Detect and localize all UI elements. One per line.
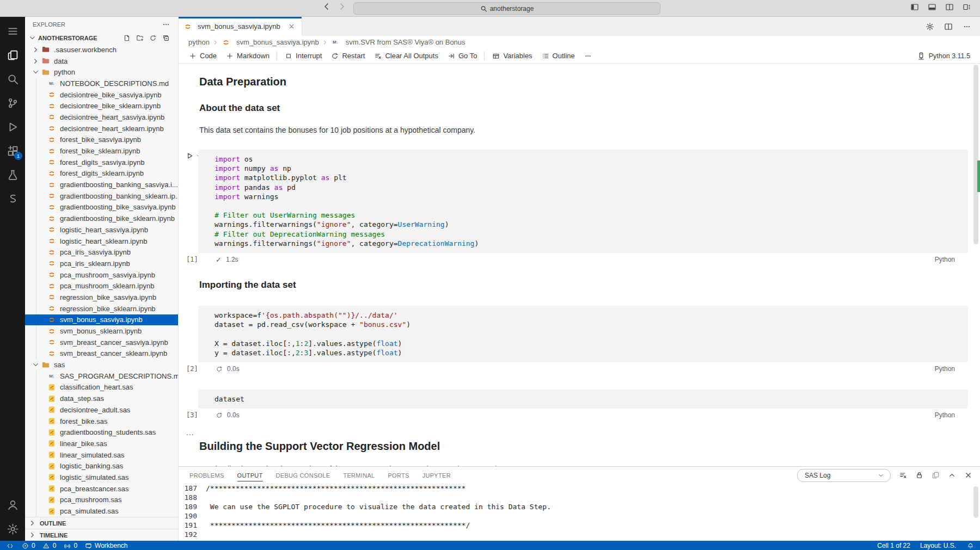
more-actions-icon[interactable] — [963, 22, 971, 31]
status-cell-indicator[interactable]: Cell 1 of 22 — [877, 542, 910, 549]
toolbar-go-to-button[interactable]: Go To — [443, 50, 481, 62]
tree-item[interactable]: svm_breast_cancer_sasviya.ipynb — [25, 337, 178, 348]
back-icon[interactable] — [322, 2, 331, 11]
status-errors[interactable]: 0 — [21, 541, 35, 550]
collapse-all-icon[interactable] — [162, 34, 170, 42]
tab-svm-bonus-sasviya[interactable]: svm_bonus_sasviya.ipynb — [179, 17, 302, 36]
code-cell[interactable]: workspace=f'{os.path.abspath("")}/../dat… — [185, 306, 968, 374]
tree-item[interactable]: logistic_simulated.sas — [25, 472, 178, 483]
panel-scrollbar[interactable] — [973, 486, 978, 518]
tree-item[interactable]: svm_bonus_sklearn.ipynb — [25, 325, 178, 337]
close-tab-icon[interactable] — [287, 22, 296, 31]
new-file-icon[interactable] — [122, 34, 131, 42]
tree-item[interactable]: forest_digits_sklearn.ipynb — [25, 168, 178, 180]
tree-item[interactable]: pca_mushroom_sklearn.ipynb — [25, 280, 178, 292]
activity-item-run-debug[interactable] — [0, 115, 26, 139]
tree-item[interactable]: decisiontree_heart_sasviya.ipynb — [25, 112, 178, 123]
toolbar-interrupt-button[interactable]: Interrupt — [280, 50, 326, 62]
activity-item-menu[interactable] — [0, 19, 26, 43]
tree-item[interactable]: regression_bike_sasviya.ipynb — [25, 292, 178, 303]
clear-output-icon[interactable] — [898, 471, 907, 480]
tree-item[interactable]: forest_digits_sasviya.ipynb — [25, 157, 178, 168]
tree-item[interactable]: logistic_heart_sasviya.ipynb — [25, 224, 178, 236]
kernel-picker[interactable]: Python 3.11.5 — [917, 52, 980, 60]
new-folder-icon[interactable] — [136, 34, 144, 42]
tree-item[interactable]: svm_bonus_sasviya.ipynb — [25, 314, 178, 326]
tree-item[interactable]: data — [25, 55, 178, 67]
toggle-sidebar-icon[interactable] — [910, 3, 919, 11]
status-workbench[interactable]: Workbench — [84, 541, 127, 550]
tree-item[interactable]: M↓SAS_PROGRAM_DESCRIPTIONS.md — [25, 370, 178, 382]
settings-gear-icon[interactable] — [926, 22, 934, 31]
cell-language[interactable]: Python — [935, 365, 955, 373]
breadcrumb-item[interactable]: python — [188, 38, 210, 46]
rerun-icon[interactable] — [216, 412, 223, 419]
breadcrumb-item[interactable]: svm_bonus_sasviya.ipynb — [222, 38, 319, 47]
cell-code[interactable]: import osimport numpy as npimport matplo… — [198, 150, 968, 253]
tree-item[interactable]: decisiontree_adult.sas — [25, 404, 178, 416]
toolbar-restart-button[interactable]: Restart — [326, 50, 369, 62]
tree-item[interactable]: linear_bike.sas — [25, 438, 178, 449]
tree-item[interactable]: gradientboosting_bike_sklearn.ipynb — [25, 213, 178, 224]
tree-item[interactable]: decisiontree_bike_sklearn.ipynb — [25, 100, 178, 112]
command-center-search[interactable]: anotherstorage — [353, 2, 660, 15]
toolbar-clear-all-outputs-button[interactable]: Clear All Outputs — [369, 50, 443, 62]
code-cell[interactable]: dataset[3]0.0sPython — [185, 390, 968, 421]
tree-item[interactable]: gradientboosting_students.sas — [25, 427, 178, 438]
toolbar-variables-button[interactable]: Variables — [487, 50, 536, 62]
lock-scroll-icon[interactable] — [915, 471, 923, 480]
rerun-icon[interactable] — [216, 366, 223, 373]
tree-item[interactable]: pca_mushroom.sas — [25, 495, 178, 506]
tree-item[interactable]: logistic_banking.sas — [25, 460, 178, 472]
panel-tab-output[interactable]: OUTPUT — [237, 467, 263, 484]
status-notifications[interactable] — [966, 541, 975, 550]
split-editor-icon[interactable] — [945, 3, 954, 11]
panel-tab-terminal[interactable]: TERMINAL — [343, 467, 375, 484]
timeline-section[interactable]: TIMELINE — [25, 529, 178, 541]
activity-item-search[interactable] — [0, 67, 26, 91]
tree-item[interactable]: M↓NOTEBOOK_DESCRIPTIONS.md — [25, 78, 178, 89]
toggle-panel-icon[interactable] — [928, 3, 936, 11]
tree-item[interactable]: pca_iris_sklearn.ipynb — [25, 258, 178, 269]
panel-tab-debug-console[interactable]: DEBUG CONSOLE — [276, 467, 330, 484]
cell-language[interactable]: Python — [935, 411, 955, 419]
customize-layout-icon[interactable] — [963, 3, 971, 11]
tree-item[interactable]: pca_breastcancer.sas — [25, 483, 178, 495]
maximize-panel-icon[interactable] — [947, 471, 956, 480]
activity-item-testing[interactable] — [0, 163, 26, 187]
open-in-editor-icon[interactable] — [931, 471, 940, 480]
tree-item[interactable]: sas — [25, 359, 178, 370]
tree-item[interactable]: decisiontree_heart_sklearn.ipynb — [25, 123, 178, 134]
activity-item-extensions[interactable]: 1 — [0, 139, 26, 163]
workspace-section-header[interactable]: ANOTHERSTORAGE — [25, 32, 178, 44]
tree-item[interactable]: pca_iris_sasviya.ipynb — [25, 246, 178, 258]
tree-item[interactable]: forest_bike_sklearn.ipynb — [25, 145, 178, 157]
editor-scrollbar[interactable] — [973, 65, 978, 244]
collapsed-cells-indicator[interactable]: ... — [186, 428, 980, 437]
activity-item-source-control[interactable] — [0, 91, 26, 115]
activity-item-settings[interactable] — [0, 517, 26, 541]
refresh-icon[interactable] — [149, 34, 157, 42]
tree-item[interactable]: gradientboosting_banking_sklearn.ip... — [25, 190, 178, 202]
activity-item-sas-extension[interactable] — [0, 187, 26, 211]
tree-item[interactable]: classification_heart.sas — [25, 382, 178, 393]
close-panel-icon[interactable] — [964, 471, 972, 480]
tree-item[interactable]: regression_bike_sklearn.ipynb — [25, 303, 178, 314]
panel-tab-problems[interactable]: PROBLEMS — [189, 467, 224, 484]
activity-item-account[interactable] — [0, 493, 26, 517]
status-remote-indicator[interactable] — [5, 541, 14, 550]
tree-item[interactable]: svm_breast_cancer_sklearn.ipynb — [25, 348, 178, 360]
forward-icon[interactable] — [338, 2, 346, 11]
toolbar-more-button[interactable] — [579, 50, 597, 62]
code-cell[interactable]: import osimport numpy as npimport matplo… — [185, 150, 968, 265]
cell-language[interactable]: Python — [935, 256, 955, 263]
explorer-more-icon[interactable] — [162, 20, 170, 29]
toolbar-markdown-button[interactable]: Markdown — [221, 50, 274, 62]
status-keyboard-layout[interactable]: Layout: U.S. — [920, 542, 956, 549]
tree-item[interactable]: python — [25, 66, 178, 78]
tree-item[interactable]: .sasuser.workbench — [25, 44, 178, 55]
tree-item[interactable]: linear_simulated.sas — [25, 449, 178, 461]
tree-item[interactable]: logistic_heart_sklearn.ipynb — [25, 236, 178, 247]
tree-item[interactable]: gradientboosting_banking_sasviya.i... — [25, 179, 178, 190]
tree-item[interactable]: decisiontree_bike_sasviya.ipynb — [25, 89, 178, 101]
